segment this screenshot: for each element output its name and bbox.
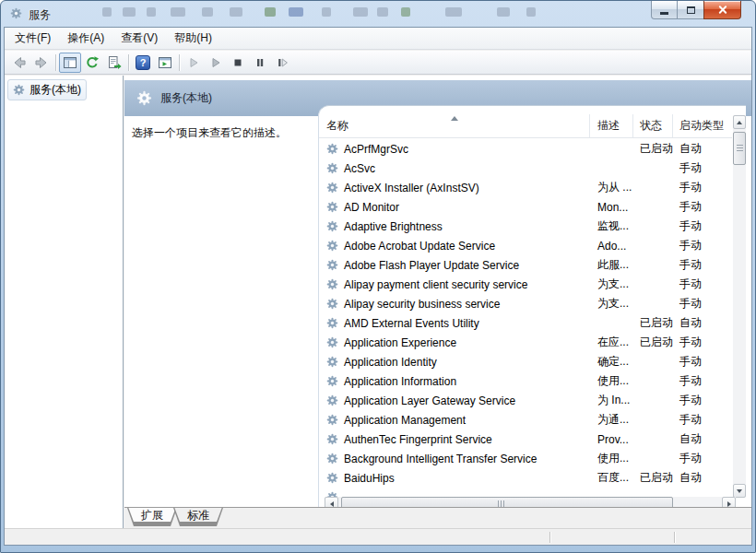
service-row[interactable]: Alipay security business service 为支... 手… xyxy=(319,294,732,313)
service-name: Adaptive Brightness xyxy=(344,220,443,233)
service-row[interactable]: BaiduHips 百度... 已启动 自动 xyxy=(319,468,732,488)
service-name: Background Intelligent Transfer Service xyxy=(344,453,537,465)
service-row[interactable]: AMD External Events Utility 已启动 自动 xyxy=(319,313,732,333)
service-name: Application Experience xyxy=(344,336,456,349)
service-row[interactable]: AcSvc 手动 xyxy=(319,159,732,178)
tree-item-label: 服务(本地) xyxy=(30,82,81,98)
minimize-button[interactable] xyxy=(651,1,678,19)
titlebar[interactable]: 服务 xyxy=(1,1,755,27)
show-action-pane-button[interactable] xyxy=(154,53,176,73)
service-description: 为支... xyxy=(590,296,633,312)
forward-button[interactable] xyxy=(30,53,53,73)
service-gear-icon xyxy=(326,162,338,174)
menu-item-view[interactable]: 查看(V) xyxy=(112,27,166,50)
service-row[interactable]: Application Information 使用... 手动 xyxy=(319,371,732,391)
stop-service-button[interactable] xyxy=(227,53,249,73)
export-list-button[interactable] xyxy=(103,53,125,73)
scroll-down-button[interactable] xyxy=(733,484,746,498)
start-service-button[interactable] xyxy=(183,53,205,73)
service-description: Ado... xyxy=(590,240,633,253)
service-startup-type: 自动 xyxy=(673,141,732,157)
service-name: AuthenTec Fingerprint Service xyxy=(344,433,492,446)
service-name: Application Information xyxy=(344,375,456,388)
service-gear-icon xyxy=(326,182,338,194)
service-description: 监视... xyxy=(590,218,633,234)
refresh-button[interactable] xyxy=(81,53,103,73)
column-header-startup-type[interactable]: 启动类型 xyxy=(673,114,732,137)
service-description: Mon... xyxy=(590,201,633,214)
service-description: Prov... xyxy=(590,433,633,446)
service-gear-icon xyxy=(326,240,338,252)
service-row[interactable]: Adobe Flash Player Update Service 此服... … xyxy=(319,255,732,275)
window-client-area: 文件(F) 操作(A) 查看(V) 帮助(H) xyxy=(4,27,752,546)
column-header-status[interactable]: 状态 xyxy=(633,114,673,137)
tree-item-services-local[interactable]: 服务(本地) xyxy=(7,79,87,100)
toolbar-separator xyxy=(128,54,129,71)
toolbar-separator xyxy=(179,54,180,71)
stop-icon xyxy=(230,55,245,70)
scroll-up-button[interactable] xyxy=(733,115,746,129)
service-name: Adobe Flash Player Update Service xyxy=(344,259,519,272)
service-status: 已启动 xyxy=(633,315,673,331)
menu-item-help[interactable]: 帮助(H) xyxy=(166,27,220,50)
service-row[interactable]: ActiveX Installer (AxInstSV) 为从 ... 手动 xyxy=(319,178,732,197)
service-name: AcSvc xyxy=(344,162,375,175)
service-row[interactable]: Application Layer Gateway Service 为 In..… xyxy=(319,391,732,410)
service-name: AD Monitor xyxy=(344,201,399,214)
service-row[interactable]: AuthenTec Fingerprint Service Prov... 自动 xyxy=(319,429,732,449)
restart-service-button[interactable] xyxy=(271,53,293,73)
maximize-button[interactable] xyxy=(678,1,703,19)
service-startup-type: 手动 xyxy=(673,354,732,370)
service-gear-icon xyxy=(326,375,338,387)
services-main-panel: 服务(本地) 选择一个项目来查看它的描述。 名称 描述 状态 xyxy=(124,76,751,528)
service-row-partial[interactable] xyxy=(319,488,590,497)
service-name: Application Management xyxy=(344,414,466,427)
help-button[interactable]: ? xyxy=(132,53,154,73)
service-row[interactable]: Alipay payment client security service 为… xyxy=(319,275,732,294)
tab-extended[interactable]: 扩展 xyxy=(127,508,177,526)
service-row[interactable]: Adobe Acrobat Update Service Ado... 手动 xyxy=(319,236,732,255)
action-pane-icon xyxy=(158,55,172,70)
service-row[interactable]: AcPrfMgrSvc 已启动 自动 xyxy=(319,139,732,159)
service-startup-type: 手动 xyxy=(673,451,732,466)
sort-ascending-icon xyxy=(451,116,458,121)
service-name: BaiduHips xyxy=(344,472,395,485)
resume-service-button[interactable] xyxy=(205,53,227,73)
arrow-up-icon xyxy=(737,121,742,124)
service-startup-type: 手动 xyxy=(673,180,732,195)
back-button[interactable] xyxy=(8,53,30,73)
view-tabstrip: 扩展 标准 xyxy=(124,507,751,528)
column-header-name[interactable]: 名称 xyxy=(319,114,590,137)
service-startup-type: 手动 xyxy=(673,218,732,234)
show-console-tree-button[interactable] xyxy=(59,53,81,73)
service-rows: AcPrfMgrSvc 已启动 自动 AcSvc 手动 xyxy=(319,139,732,497)
service-row[interactable]: Background Intelligent Transfer Service … xyxy=(319,449,732,468)
service-row[interactable]: Application Experience 在应... 已启动 手动 xyxy=(319,333,732,352)
toolbar-separator xyxy=(55,54,56,71)
service-row[interactable]: Application Identity 确定... 手动 xyxy=(319,352,732,371)
menu-item-action[interactable]: 操作(A) xyxy=(59,27,112,50)
menu-item-file[interactable]: 文件(F) xyxy=(6,27,59,50)
pause-icon xyxy=(253,55,267,70)
service-startup-type: 手动 xyxy=(673,373,732,389)
close-icon xyxy=(717,5,727,15)
description-hint: 选择一个项目来查看它的描述。 xyxy=(132,125,287,141)
column-header-description[interactable]: 描述 xyxy=(590,114,633,137)
service-description: 使用... xyxy=(590,451,633,466)
service-gear-icon xyxy=(326,433,338,445)
service-row[interactable]: AD Monitor Mon... 手动 xyxy=(319,197,732,217)
console-tree-panel: 服务(本地) xyxy=(5,76,124,528)
minimize-icon xyxy=(660,12,668,15)
tab-standard[interactable]: 标准 xyxy=(173,508,223,526)
vertical-scrollbar-thumb[interactable] xyxy=(733,132,746,165)
vertical-scrollbar[interactable] xyxy=(733,115,746,498)
service-gear-icon xyxy=(326,298,338,310)
service-row[interactable]: Adaptive Brightness 监视... 手动 xyxy=(319,217,732,236)
close-button[interactable] xyxy=(703,1,741,19)
service-description: 为支... xyxy=(590,276,633,292)
service-gear-icon xyxy=(326,259,338,271)
pause-service-button[interactable] xyxy=(249,53,271,73)
service-gear-icon xyxy=(326,472,338,484)
service-row[interactable]: Application Management 为通... 手动 xyxy=(319,410,732,429)
export-list-icon xyxy=(107,55,122,70)
